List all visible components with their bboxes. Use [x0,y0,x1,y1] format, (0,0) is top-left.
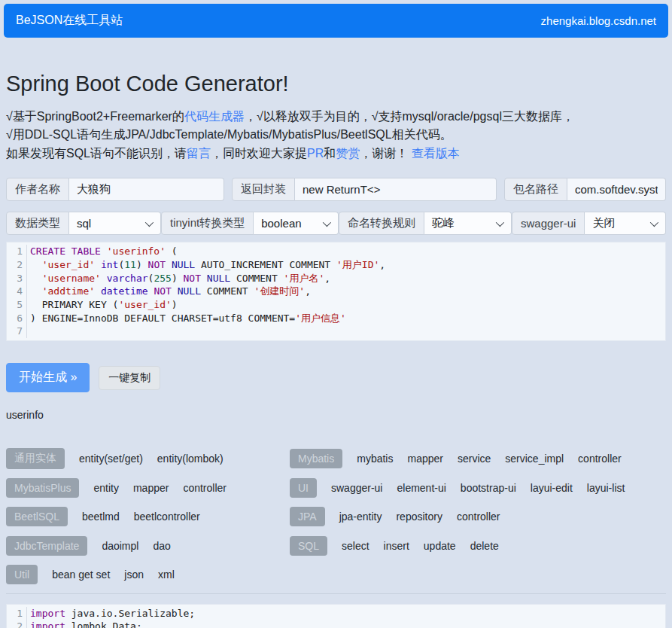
line-number: 7 [7,325,27,338]
naming-rule-value: 驼峰 [432,216,496,230]
data-type-label: 数据类型 [6,212,69,235]
data-type-value: sql [77,217,145,230]
tag-badge-sql[interactable]: SQL [290,536,327,556]
pr-link[interactable]: PR [307,147,324,160]
code-line: 1CREATE TABLE 'userinfo' ( [7,245,665,258]
tag-link-bootstrap-ui[interactable]: bootstrap-ui [461,482,516,494]
tags-right-column: Mybatismybatismapperserviceservice_implc… [290,448,666,586]
navbar: BeJSON在线工具站 zhengkai.blog.csdn.net [4,4,668,38]
naming-rule-group: 命名转换规则 驼峰 [339,212,512,235]
tag-link-delete[interactable]: delete [470,540,499,552]
intro-line3-a: 如果发现有SQL语句不能识别，请 [6,147,187,160]
code-line: 2import lombok.Data; [7,620,665,628]
tinyint-type-group: tinyint转换类型 boolean [161,212,339,235]
navbar-site-link[interactable]: zhengkai.blog.csdn.net [541,14,656,27]
chevron-down-icon [145,218,154,227]
form-row-text-inputs: 作者名称 返回封装 包名路径 [6,178,666,201]
line-number: 3 [7,272,27,285]
tag-link-insert[interactable]: insert [384,540,409,552]
intro-line1-b: ，√以释放双手为目的，√支持mysql/oracle/pgsql三大数据库， [245,110,574,123]
author-name-input[interactable] [69,178,224,201]
tag-link-controller[interactable]: controller [457,511,500,523]
code-line: 1import java.io.Serializable; [7,607,665,620]
code-generator-link[interactable]: 代码生成器 [184,110,245,123]
tag-link-entity-lombok-[interactable]: entity(lombok) [157,453,223,465]
tag-link-beetlcontroller[interactable]: beetlcontroller [134,511,200,523]
tag-badge-beetlsql[interactable]: BeetlSQL [6,507,68,526]
tag-link-service[interactable]: service [458,453,491,465]
naming-rule-label: 命名转换规则 [339,212,424,235]
tag-link-update[interactable]: update [424,540,456,552]
section-divider [6,593,666,594]
swagger-ui-select[interactable]: 关闭 [585,212,666,235]
line-number: 1 [7,607,27,620]
tinyint-type-select[interactable]: boolean [254,212,339,235]
tag-badge-ui[interactable]: UI [290,478,317,498]
tag-badge-mybatisplus[interactable]: MybatisPlus [6,478,79,498]
tag-link-daoimpl[interactable]: daoimpl [102,540,138,552]
tag-badge-mybatis[interactable]: Mybatis [290,449,342,468]
package-path-input[interactable] [567,178,666,201]
tag-link-layui-list[interactable]: layui-list [587,482,625,494]
intro-text: √基于SpringBoot2+Freemarker的代码生成器，√以释放双手为目… [6,108,666,163]
tag-link-select[interactable]: select [342,540,369,552]
sql-editor[interactable]: 1CREATE TABLE 'userinfo' (2 'user_id' in… [6,242,666,341]
tinyint-type-label: tinyint转换类型 [161,212,254,235]
generate-button[interactable]: 开始生成 » [6,363,90,392]
tag-link-controller[interactable]: controller [578,453,622,465]
tag-link-mybatis[interactable]: mybatis [357,453,393,465]
intro-line3-b: ，同时欢迎大家提 [211,147,307,160]
tag-badge-jpa[interactable]: JPA [290,507,325,526]
copy-button[interactable]: 一键复制 [99,366,160,390]
tag-link-element-ui[interactable]: element-ui [397,482,445,494]
return-wrapper-input[interactable] [295,178,497,201]
intro-line3-c: 和 [324,147,336,160]
line-number: 6 [7,312,27,325]
main-content: Spring Boot Code Generator! √基于SpringBoo… [0,71,672,628]
naming-rule-select[interactable]: 驼峰 [424,212,512,235]
donate-link[interactable]: 赞赏 [336,147,360,160]
tag-link-bean-get-set[interactable]: bean get set [52,569,110,581]
tag-link-service-impl[interactable]: service_impl [505,453,564,465]
intro-line3-d: ，谢谢！ [360,147,408,160]
view-version-link[interactable]: 查看版本 [412,147,460,160]
tag-link-xml[interactable]: xml [158,569,175,581]
tag-row: BeetlSQLbeetlmdbeetlcontroller [6,506,290,528]
code-line: 4 'addtime' datetime NOT NULL COMMENT '创… [7,285,665,298]
tag-link-beetlmd[interactable]: beetlmd [82,511,120,523]
tag-row: 通用实体entity(set/get)entity(lombok) [6,448,290,470]
tag-badge-util[interactable]: Util [6,565,38,584]
tag-link-jpa-entity[interactable]: jpa-entity [339,511,382,523]
data-type-select[interactable]: sql [69,212,161,235]
tag-link-controller[interactable]: controller [183,482,227,494]
tag-row: SQLselectinsertupdatedelete [290,535,666,557]
tag-row: JdbcTemplatedaoimpldao [6,535,290,557]
code-line: 7 [7,325,665,338]
tag-link-entity-set-get-[interactable]: entity(set/get) [79,453,143,465]
return-wrapper-group: 返回封装 [232,178,497,201]
tag-link-swagger-ui[interactable]: swagger-ui [331,482,382,494]
tag-link-mapper[interactable]: mapper [133,482,169,494]
return-wrapper-label: 返回封装 [232,178,295,201]
java-output-editor[interactable]: 1import java.io.Serializable;2import lom… [6,604,666,628]
intro-line2: √用DDL-SQL语句生成JPA/JdbcTemplate/Mybatis/My… [6,128,452,141]
table-name-link[interactable]: userinfo [6,409,44,421]
tag-link-layui-edit[interactable]: layui-edit [531,482,573,494]
tag-badge-jdbctemplate[interactable]: JdbcTemplate [6,536,87,556]
swagger-ui-value: 关闭 [592,216,650,230]
tags-left-column: 通用实体entity(set/get)entity(lombok)Mybatis… [6,448,290,586]
tag-link-repository[interactable]: repository [396,511,442,523]
line-number: 4 [7,285,27,298]
line-number: 2 [7,620,27,628]
tag-link-entity[interactable]: entity [93,482,118,494]
author-name-label: 作者名称 [6,178,69,201]
tag-link-mapper[interactable]: mapper [407,453,442,465]
tag-link-json[interactable]: json [124,569,144,581]
package-path-group: 包名路径 [504,178,666,201]
tag-badge--[interactable]: 通用实体 [6,448,65,469]
intro-line1-a: √基于SpringBoot2+Freemarker的 [6,110,184,123]
tag-link-dao[interactable]: dao [153,540,170,552]
navbar-brand[interactable]: BeJSON在线工具站 [16,13,123,29]
line-number: 5 [7,298,27,312]
leave-message-link[interactable]: 留言 [187,147,211,160]
